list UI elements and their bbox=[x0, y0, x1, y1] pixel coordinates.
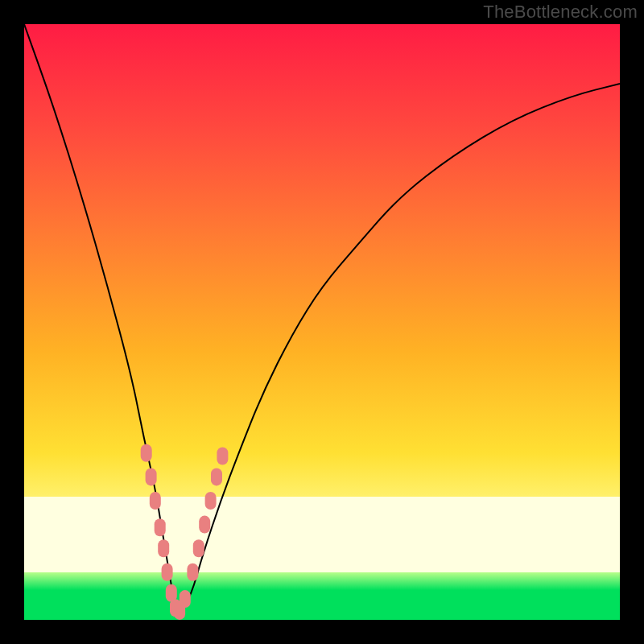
marker-dot bbox=[158, 539, 169, 557]
marker-dot bbox=[150, 492, 161, 510]
marker-dot bbox=[146, 468, 157, 485]
marker-dot bbox=[141, 444, 152, 462]
marker-dot bbox=[199, 516, 210, 534]
marker-dot bbox=[211, 468, 222, 485]
marker-dot bbox=[205, 492, 217, 510]
marker-dot bbox=[155, 518, 166, 536]
chart-frame: TheBottleneck.com bbox=[0, 0, 644, 644]
marker-dot bbox=[180, 590, 191, 608]
watermark-text: TheBottleneck.com bbox=[483, 2, 638, 23]
marker-dot bbox=[193, 539, 204, 557]
highlight-markers bbox=[141, 444, 229, 620]
marker-dot bbox=[187, 564, 198, 581]
bottleneck-curve bbox=[24, 24, 620, 609]
curve-layer bbox=[24, 24, 620, 620]
plot-area bbox=[24, 24, 620, 620]
marker-dot bbox=[162, 564, 173, 581]
marker-dot bbox=[217, 448, 228, 465]
